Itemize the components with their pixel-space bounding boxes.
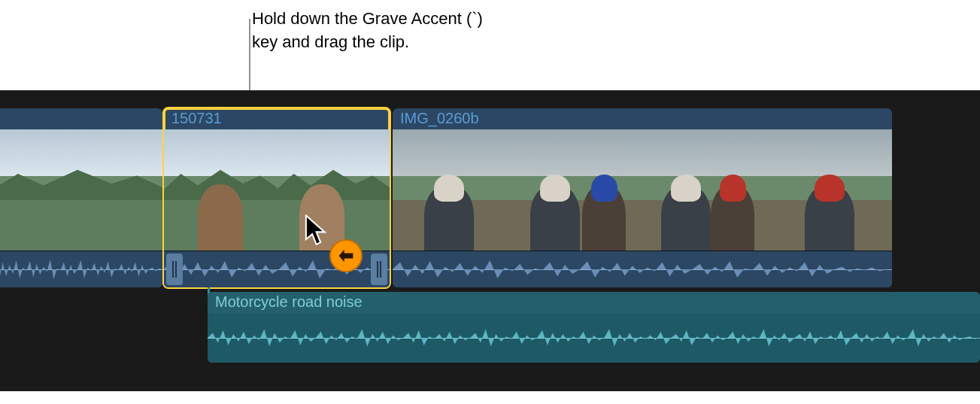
trim-handle-left[interactable] <box>166 254 183 285</box>
callout-line-2: key and drag the clip. <box>252 31 483 54</box>
connected-audio-clip[interactable]: Motorcycle road noise <box>208 292 980 363</box>
instruction-callout: Hold down the Grave Accent (`) key and d… <box>252 8 483 54</box>
clip-filmstrip <box>393 129 892 251</box>
clip-audio-waveform[interactable] <box>393 251 892 287</box>
timeline[interactable]: 150731 IMG_0260b <box>0 90 980 391</box>
video-clip[interactable]: IMG_0260b <box>393 108 892 287</box>
primary-storyline[interactable]: 150731 IMG_0260b <box>0 108 980 287</box>
trim-handle-right[interactable] <box>371 254 387 285</box>
position-tool-icon <box>329 239 363 272</box>
clip-filmstrip <box>164 129 390 251</box>
clip-audio-waveform[interactable] <box>0 251 162 287</box>
clip-audio-waveform[interactable] <box>208 313 980 363</box>
video-clip[interactable] <box>0 108 162 287</box>
callout-line-1: Hold down the Grave Accent (`) <box>252 8 483 31</box>
clip-filmstrip <box>0 129 162 251</box>
